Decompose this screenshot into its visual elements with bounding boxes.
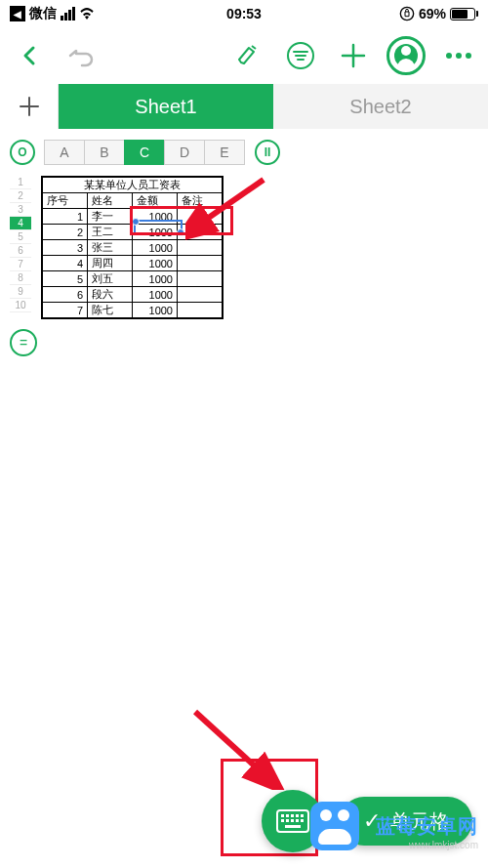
svg-line-6: [195, 712, 262, 772]
table-cell[interactable]: 2: [43, 225, 88, 240]
sheet-area: 1 2 3 4 5 6 7 8 9 10 某某单位人员工资表 序号 姓名 金额 …: [0, 176, 488, 319]
row-4[interactable]: 4: [10, 217, 31, 230]
row-5[interactable]: 5: [10, 230, 31, 244]
table-cell[interactable]: 1000: [133, 271, 178, 287]
toolbar: [0, 27, 488, 84]
table-cell[interactable]: 1000: [133, 287, 178, 303]
data-table[interactable]: 某某单位人员工资表 序号 姓名 金额 备注 1李一1000 2王二1000 3张…: [41, 176, 224, 319]
svg-rect-12: [301, 814, 304, 817]
row-6[interactable]: 6: [10, 244, 31, 258]
add-sheet-button[interactable]: [0, 84, 59, 129]
svg-rect-17: [301, 819, 304, 822]
table-cell[interactable]: 3: [43, 240, 88, 256]
table-cell[interactable]: 4: [43, 256, 88, 271]
status-left: ◀ 微信: [10, 5, 95, 22]
keyboard-icon: [276, 809, 309, 833]
col-E[interactable]: E: [204, 140, 245, 165]
svg-point-2: [446, 53, 452, 59]
col-D[interactable]: D: [164, 140, 205, 165]
table-cell[interactable]: 7: [43, 303, 88, 318]
col-B[interactable]: B: [84, 140, 125, 165]
signal-icon: [61, 7, 75, 21]
table-cell[interactable]: 张三: [88, 240, 133, 256]
table-cell[interactable]: [178, 240, 223, 256]
filter-button[interactable]: [281, 36, 320, 75]
svg-rect-16: [296, 819, 299, 822]
row-numbers: 1 2 3 4 5 6 7 8 9 10: [10, 176, 31, 319]
table-cell[interactable]: [178, 271, 223, 287]
table-cell[interactable]: [178, 303, 223, 318]
svg-rect-9: [286, 814, 289, 817]
battery-icon: [450, 8, 478, 21]
tab-sheet1[interactable]: Sheet1: [59, 84, 273, 129]
wifi-icon: [79, 8, 95, 20]
table-cell[interactable]: 1: [43, 209, 88, 225]
status-time: 09:53: [226, 6, 262, 21]
table-cell[interactable]: 刘五: [88, 271, 133, 287]
formula-button[interactable]: =: [10, 329, 37, 356]
svg-point-3: [456, 53, 462, 59]
table-cell[interactable]: 周四: [88, 256, 133, 271]
cell-mode-label: 单元格: [390, 808, 449, 835]
back-app-icon: ◀: [10, 6, 25, 21]
row-9[interactable]: 9: [10, 285, 31, 299]
avatar-icon: [394, 44, 418, 67]
row-8[interactable]: 8: [10, 271, 31, 285]
profile-button[interactable]: [386, 36, 426, 75]
svg-rect-15: [291, 819, 294, 822]
table-cell[interactable]: [178, 225, 223, 240]
row-7[interactable]: 7: [10, 258, 31, 271]
table-cell[interactable]: [178, 256, 223, 271]
svg-rect-13: [281, 819, 284, 822]
th-amount: 金额: [133, 193, 178, 209]
check-icon: ✓: [363, 808, 381, 834]
row-2[interactable]: 2: [10, 189, 31, 203]
row-10[interactable]: 10: [10, 299, 31, 312]
cell-mode-button[interactable]: ✓ 单元格: [340, 797, 472, 846]
pause-button[interactable]: II: [255, 140, 280, 165]
tab-sheet2[interactable]: Sheet2: [273, 84, 488, 129]
svg-rect-11: [296, 814, 299, 817]
svg-rect-10: [291, 814, 294, 817]
table-cell[interactable]: 1000: [133, 303, 178, 318]
th-no: 序号: [43, 193, 88, 209]
table-cell[interactable]: 6: [43, 287, 88, 303]
orientation-lock-icon: [399, 6, 415, 21]
svg-rect-8: [281, 814, 284, 817]
format-brush-button[interactable]: [228, 36, 267, 75]
row-3[interactable]: 3: [10, 203, 31, 217]
table-cell[interactable]: 1000: [133, 209, 178, 225]
svg-point-4: [466, 53, 471, 59]
th-name: 姓名: [88, 193, 133, 209]
undo-button[interactable]: [62, 36, 102, 75]
table-cell[interactable]: 1000: [133, 225, 178, 240]
status-bar: ◀ 微信 09:53 69%: [0, 0, 488, 27]
keyboard-button[interactable]: [262, 790, 324, 852]
record-button[interactable]: O: [10, 140, 35, 165]
table-cell[interactable]: 李一: [88, 209, 133, 225]
table-cell[interactable]: 5: [43, 271, 88, 287]
back-button[interactable]: [10, 36, 49, 75]
row-1[interactable]: 1: [10, 176, 31, 189]
more-button[interactable]: [439, 36, 478, 75]
table-cell[interactable]: 陈七: [88, 303, 133, 318]
table-cell[interactable]: 1000: [133, 256, 178, 271]
table-title: 某某单位人员工资表: [43, 178, 223, 193]
add-button[interactable]: [334, 36, 373, 75]
back-app-label: 微信: [29, 5, 57, 22]
floating-actions: ✓ 单元格: [262, 790, 472, 852]
table-cell[interactable]: [178, 287, 223, 303]
status-right: 69%: [399, 6, 478, 21]
svg-rect-18: [285, 825, 301, 828]
annotation-arrow-bottom: [185, 702, 293, 790]
col-C[interactable]: C: [124, 140, 165, 165]
sheet-tabs: Sheet1 Sheet2: [0, 84, 488, 129]
table-cell[interactable]: [178, 209, 223, 225]
th-remark: 备注: [178, 193, 223, 209]
svg-rect-14: [286, 819, 289, 822]
table-cell[interactable]: 王二: [88, 225, 133, 240]
table-cell[interactable]: 1000: [133, 240, 178, 256]
battery-percent: 69%: [419, 6, 446, 21]
table-cell[interactable]: 段六: [88, 287, 133, 303]
col-A[interactable]: A: [44, 140, 85, 165]
